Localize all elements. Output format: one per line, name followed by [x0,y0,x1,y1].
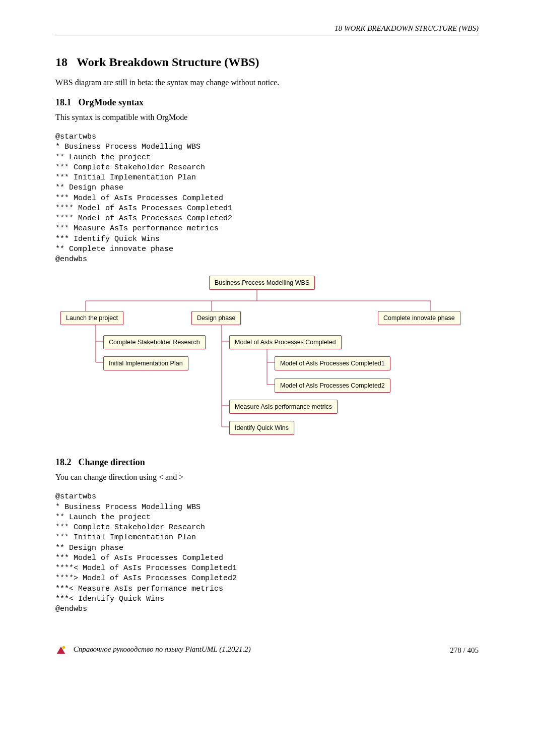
svg-point-15 [62,646,65,649]
wbs-root-node: Business Process Modelling WBS [209,276,315,290]
page-footer: Справочное руководство по языку PlantUML… [55,645,479,656]
wbs-node-measure: Measure AsIs performance metrics [229,400,338,414]
subsection-2-heading: 18.2Change direction [55,457,479,468]
subsection-1-title: OrgMode syntax [79,97,144,107]
subsection-2-number: 18.2 [55,457,72,467]
running-header: 18 WORK BREAKDOWN STRUCTURE (WBS) [55,24,479,35]
code-block-1: @startwbs * Business Process Modelling W… [55,132,479,265]
wbs-node-model1: Model of AsIs Processes Completed1 [275,356,390,370]
wbs-node-complete: Complete innovate phase [378,311,460,325]
section-intro: WBS diagram are still in beta: the synta… [55,78,479,87]
wbs-node-stakeholder: Complete Stakeholder Research [103,335,206,349]
subsection-1-intro: This syntax is compatible with OrgMode [55,113,479,122]
wbs-node-design: Design phase [191,311,241,325]
wbs-node-wins: Identify Quick Wins [229,421,294,435]
wbs-node-model: Model of AsIs Processes Completed [229,335,342,349]
wbs-node-launch: Launch the project [60,311,123,325]
section-number: 18 [55,55,68,69]
subsection-2-title: Change direction [79,457,145,467]
wbs-node-implementation: Initial Implementation Plan [103,356,188,370]
plantuml-logo-icon [55,645,66,656]
code-block-2: @startwbs * Business Process Modelling W… [55,492,479,614]
subsection-1-heading: 18.1OrgMode syntax [55,97,479,108]
page-number: 278 / 405 [450,646,479,655]
section-title: Work Breakdown Structure (WBS) [77,55,259,69]
subsection-1-number: 18.1 [55,97,72,107]
footer-reference: Справочное руководство по языку PlantUML… [74,646,251,654]
section-heading: 18Work Breakdown Structure (WBS) [55,55,479,69]
subsection-2-intro: You can change direction using < and > [55,473,479,482]
wbs-diagram: Business Process Modelling WBS Launch th… [55,276,479,442]
wbs-node-model2: Model of AsIs Processes Completed2 [275,379,390,393]
